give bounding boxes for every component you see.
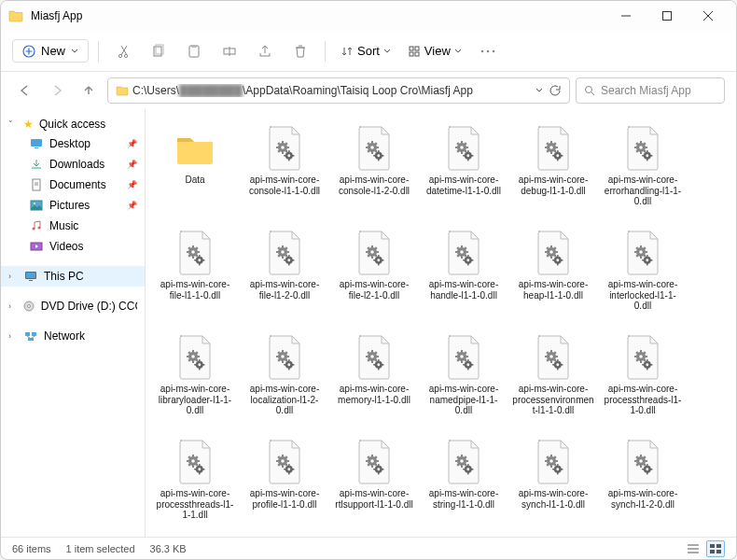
svg-rect-71	[378, 150, 380, 152]
view-button[interactable]: View	[402, 44, 467, 58]
svg-rect-143	[276, 251, 279, 253]
file-item[interactable]: api-ms-win-core-file-l1-2-0.dll	[241, 223, 328, 326]
svg-rect-96	[555, 147, 558, 148]
sidebar-pictures[interactable]: Pictures📌	[1, 195, 145, 216]
file-item[interactable]: api-ms-win-core-string-l1-1-0.dll	[420, 432, 508, 535]
svg-point-91	[466, 154, 469, 157]
details-view-button[interactable]	[684, 540, 702, 557]
sidebar-network[interactable]: ›Network	[1, 326, 145, 346]
status-size: 36.3 KB	[150, 543, 187, 554]
sort-button[interactable]: Sort	[335, 44, 396, 58]
file-name-label: api-ms-win-core-processthreads-l1-1-0.dl…	[601, 384, 685, 416]
forward-button[interactable]	[44, 77, 70, 104]
svg-rect-237	[282, 350, 284, 353]
svg-rect-200	[557, 263, 559, 265]
file-item[interactable]: api-ms-win-core-console-l1-1-0.dll	[241, 119, 328, 221]
more-icon[interactable]	[473, 36, 503, 66]
svg-point-69	[370, 146, 374, 149]
file-name-label: api-ms-win-core-console-l1-1-0.dll	[243, 175, 327, 196]
file-item[interactable]: api-ms-win-core-debug-l1-1-0.dll	[509, 119, 597, 221]
svg-rect-137	[194, 259, 196, 261]
close-button[interactable]	[688, 1, 729, 31]
svg-point-235	[198, 363, 201, 366]
dll-file-icon	[442, 436, 485, 488]
svg-point-75	[377, 154, 380, 157]
copy-icon[interactable]	[144, 36, 174, 66]
svg-point-267	[377, 363, 380, 366]
search-input[interactable]: Search Miasfj App	[576, 77, 725, 104]
dvd-icon	[22, 299, 35, 314]
svg-rect-272	[466, 356, 468, 357]
documents-icon	[29, 177, 44, 192]
svg-rect-205	[640, 245, 642, 248]
sidebar-downloads[interactable]: Downloads📌	[1, 154, 145, 175]
sidebar-quick-access[interactable]: ˅★Quick access	[1, 115, 145, 133]
file-item[interactable]: api-ms-win-core-file-l2-1-0.dll	[330, 223, 418, 326]
svg-rect-263	[378, 359, 380, 361]
refresh-icon[interactable]	[549, 84, 562, 97]
svg-rect-266	[382, 364, 383, 366]
svg-point-229	[191, 355, 195, 358]
svg-point-107	[556, 154, 559, 157]
address-input[interactable]: C:\Users\████████\AppData\Roaming\Taisiq…	[107, 77, 570, 104]
up-button[interactable]	[76, 77, 102, 104]
file-item[interactable]: api-ms-win-core-handle-l1-1-0.dll	[420, 223, 508, 326]
svg-rect-285	[550, 350, 552, 353]
sidebar-this-pc[interactable]: ›This PC	[1, 266, 145, 287]
sidebar-dvd[interactable]: ›DVD Drive (D:) CCCC	[1, 296, 145, 316]
svg-point-357	[370, 459, 374, 463]
back-button[interactable]	[12, 77, 38, 104]
file-item[interactable]: api-ms-win-core-namedpipe-l1-1-0.dll	[420, 328, 508, 430]
file-item[interactable]: api-ms-win-core-interlocked-l1-1-0.dll	[599, 223, 687, 326]
toolbar: New Sort View	[1, 31, 736, 72]
svg-rect-383	[545, 460, 548, 462]
icons-view-button[interactable]	[706, 540, 725, 557]
cut-icon[interactable]	[108, 36, 138, 66]
svg-rect-333	[282, 455, 284, 457]
file-item[interactable]: api-ms-win-core-console-l1-2-0.dll	[330, 119, 418, 221]
file-item[interactable]: api-ms-win-core-processthreads-l1-1-0.dl…	[599, 328, 687, 430]
svg-rect-62	[371, 151, 373, 154]
file-item[interactable]: api-ms-win-core-processthreads-l1-1-1.dl…	[151, 432, 239, 535]
svg-rect-409	[642, 469, 644, 470]
svg-rect-157	[371, 245, 373, 248]
file-item[interactable]: api-ms-win-core-file-l1-1-0.dll	[151, 223, 239, 326]
file-name-label: api-ms-win-core-rtlsupport-l1-1-0.dll	[332, 488, 416, 510]
file-item[interactable]: api-ms-win-core-heap-l1-1-0.dll	[509, 223, 597, 326]
file-item[interactable]: api-ms-win-core-profile-l1-1-0.dll	[241, 432, 328, 535]
file-item[interactable]: api-ms-win-core-datetime-l1-1-0.dll	[420, 119, 508, 221]
svg-rect-15	[410, 47, 413, 50]
svg-point-299	[556, 363, 559, 366]
new-button[interactable]: New	[12, 39, 89, 63]
svg-rect-381	[550, 455, 552, 457]
sidebar-documents[interactable]: Documents📌	[1, 175, 145, 195]
svg-rect-208	[645, 251, 647, 253]
sort-label: Sort	[357, 44, 380, 58]
minimize-button[interactable]	[605, 1, 647, 31]
file-item[interactable]: api-ms-win-core-synch-l1-1-0.dll	[509, 432, 597, 535]
file-item[interactable]: api-ms-win-core-rtlsupport-l1-1-0.dll	[330, 432, 418, 535]
file-item[interactable]: api-ms-win-core-libraryloader-l1-1-0.dll	[151, 328, 239, 430]
sidebar-desktop[interactable]: Desktop📌	[1, 133, 145, 154]
share-icon[interactable]	[250, 36, 280, 66]
svg-rect-95	[545, 147, 548, 148]
file-item[interactable]: api-ms-win-core-processenvironment-l1-1-…	[509, 328, 597, 430]
sidebar-videos[interactable]: Videos	[1, 236, 145, 257]
file-item[interactable]: api-ms-win-core-synch-l1-2-0.dll	[599, 432, 687, 535]
sidebar-music[interactable]: Music	[1, 216, 145, 236]
svg-rect-78	[461, 151, 463, 154]
rename-icon[interactable]	[215, 36, 244, 66]
dll-file-icon	[174, 227, 216, 279]
file-name-label: api-ms-win-core-synch-l1-2-0.dll	[601, 488, 685, 510]
svg-rect-233	[194, 364, 196, 366]
paste-icon[interactable]	[179, 36, 209, 66]
titlebar[interactable]: Miasfj App	[1, 1, 736, 31]
file-item[interactable]: api-ms-win-core-errorhandling-l1-1-0.dll	[599, 119, 687, 221]
search-placeholder: Search Miasfj App	[601, 84, 691, 97]
maximize-button[interactable]	[647, 1, 688, 31]
file-item[interactable]: api-ms-win-core-localization-l1-2-0.dll	[241, 328, 328, 430]
delete-icon[interactable]	[285, 36, 315, 66]
file-list[interactable]: Dataapi-ms-win-core-console-l1-1-0.dllap…	[146, 109, 736, 537]
file-item[interactable]: api-ms-win-core-memory-l1-1-0.dll	[330, 328, 418, 430]
folder-item[interactable]: Data	[151, 119, 239, 221]
